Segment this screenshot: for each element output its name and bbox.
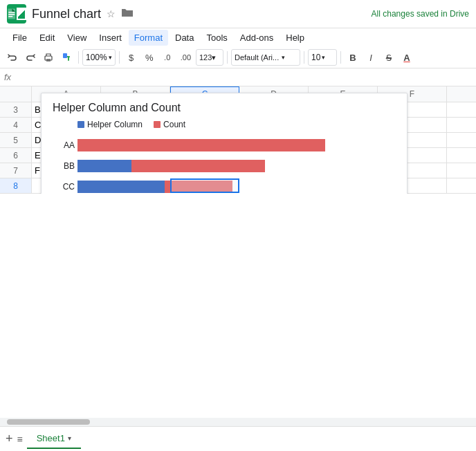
menu-help[interactable]: Help <box>280 30 310 46</box>
percent-button[interactable]: % <box>141 49 158 66</box>
svg-rect-5 <box>63 53 67 58</box>
format-select[interactable]: 123▾ <box>196 49 223 66</box>
toolbar-sep-2 <box>119 51 120 64</box>
toolbar-sep-1 <box>78 51 79 64</box>
paint-format-button[interactable] <box>58 49 75 66</box>
bold-button[interactable]: B <box>345 49 361 66</box>
row-num-7[interactable]: 7 <box>0 163 32 178</box>
undo-button[interactable] <box>4 49 21 66</box>
bar-label: BB <box>54 161 75 171</box>
menu-edit[interactable]: Edit <box>34 30 60 46</box>
toolbar-sep-3 <box>227 51 228 64</box>
toolbar: 100% ▾ $ % .0 .00 123▾ Default (Ari... ▾… <box>0 47 476 68</box>
svg-rect-3 <box>8 16 12 17</box>
menu-tools[interactable]: Tools <box>201 30 232 46</box>
add-sheet-button[interactable]: + <box>6 432 13 446</box>
doc-title: Funnel chart <box>32 7 101 21</box>
toolbar-sep-5 <box>340 51 341 64</box>
formula-bar: fx <box>0 68 476 86</box>
legend-blue-dot <box>77 121 84 128</box>
menu-insert[interactable]: Insert <box>93 30 127 46</box>
decimal0-button[interactable]: .0 <box>159 49 176 66</box>
menu-addons[interactable]: Add-ons <box>235 30 279 46</box>
zoom-select[interactable]: 100% ▾ <box>82 49 116 66</box>
menu-bar: File Edit View Insert Format Data Tools … <box>0 28 476 47</box>
legend-count: Count <box>154 120 185 129</box>
bar-helper-column <box>77 160 131 172</box>
formula-input[interactable] <box>17 72 472 82</box>
bottom-bar: + ≡ Sheet1 ▾ <box>0 426 476 451</box>
row-num-4[interactable]: 4 <box>0 118 32 132</box>
bar-helper-column <box>77 181 165 193</box>
title-bar: Funnel chart ☆ All changes saved in Driv… <box>0 0 476 28</box>
menu-view[interactable]: View <box>62 30 92 46</box>
bar-label: CC <box>54 182 75 192</box>
legend-helper-label: Helper Column <box>87 120 143 129</box>
legend-count-label: Count <box>163 120 185 129</box>
cell-c8[interactable] <box>170 178 239 193</box>
row-num-8[interactable]: 8 <box>0 178 32 193</box>
row-num-3[interactable]: 3 <box>0 102 32 117</box>
font-color-button[interactable]: A <box>399 49 415 66</box>
legend-red-dot <box>154 121 161 128</box>
bar-count <box>131 160 265 172</box>
bar-count <box>77 139 325 151</box>
toolbar-sep-4 <box>304 51 304 64</box>
sheet-tab-arrow[interactable]: ▾ <box>68 434 71 442</box>
sheet-tab-sheet1[interactable]: Sheet1 ▾ <box>27 429 81 449</box>
bar-track <box>77 139 325 151</box>
bar-track <box>77 160 265 172</box>
bar-label: AA <box>54 140 75 150</box>
menu-file[interactable]: File <box>7 30 33 46</box>
legend-helper: Helper Column <box>77 120 143 129</box>
cloud-save: All changes saved in Drive <box>372 9 469 19</box>
font-family-select[interactable]: Default (Ari... ▾ <box>231 49 300 66</box>
row-num-5[interactable]: 5 <box>0 133 32 147</box>
strikethrough-button[interactable]: S̶ <box>381 49 397 66</box>
scroll-thumb[interactable] <box>7 419 90 425</box>
horizontal-scrollbar[interactable] <box>0 418 476 426</box>
corner-cell <box>0 86 32 102</box>
fx-label: fx <box>4 72 11 82</box>
chart-legend: Helper Column Count <box>77 120 396 129</box>
bar-row: BB <box>77 157 396 175</box>
row-num-6[interactable]: 6 <box>0 148 32 163</box>
svg-rect-2 <box>8 14 15 15</box>
star-icon[interactable]: ☆ <box>107 8 116 19</box>
svg-rect-1 <box>8 12 15 13</box>
italic-button[interactable]: I <box>363 49 379 66</box>
folder-icon[interactable] <box>121 8 134 20</box>
redo-button[interactable] <box>22 49 39 66</box>
print-button[interactable] <box>40 49 57 66</box>
currency-button[interactable]: $ <box>123 49 140 66</box>
menu-data[interactable]: Data <box>170 30 199 46</box>
spreadsheet: A B C D E F 3 BB 142.5 351 4 CC 229 178 … <box>0 86 476 194</box>
app-icon <box>7 4 26 24</box>
chart-title: Helper Column and Count <box>53 102 396 114</box>
sheet-menu-button[interactable]: ≡ <box>17 434 23 445</box>
bar-row: AA <box>77 136 396 154</box>
font-size-select[interactable]: 10 ▾ <box>308 49 337 66</box>
decimal00-button[interactable]: .00 <box>177 49 194 66</box>
menu-format[interactable]: Format <box>129 30 168 46</box>
sheet-tab-label: Sheet1 <box>37 433 65 443</box>
